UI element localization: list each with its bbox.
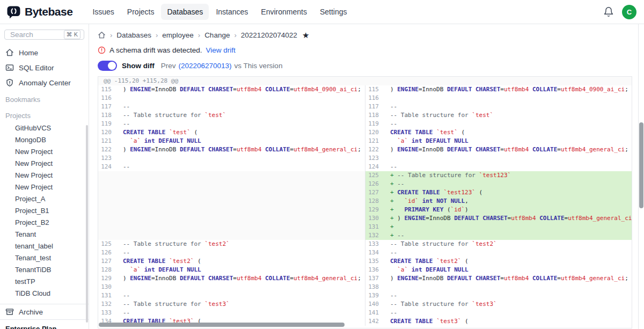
diff-old-half: 121 `a` int DEFAULT NULL	[98, 137, 365, 145]
diff-new-half: 138	[365, 283, 632, 291]
prev-version-link[interactable]: (202206270013)	[179, 62, 232, 70]
sidebar-project-item[interactable]: TenantTiDB	[0, 264, 89, 276]
diff-row: 116116	[98, 94, 632, 103]
line-number: 130	[365, 214, 384, 223]
sidebar-project-item[interactable]: Project_B1	[0, 205, 89, 217]
diff-old-half: 122) ENGINE=InnoDB DEFAULT CHARSET=utf8m…	[98, 145, 365, 154]
sidebar-project-item[interactable]: Tenant_test	[0, 252, 89, 264]
line-number: 123	[98, 154, 116, 163]
sidebar-project-item[interactable]: testTP	[0, 276, 89, 288]
code-line: CREATE TABLE `test2` (	[116, 257, 365, 266]
code-line: ) ENGINE=InnoDB DEFAULT CHARSET=utf8mb4 …	[116, 85, 365, 94]
line-number: 129	[98, 274, 116, 283]
nav-item-instances[interactable]: Instances	[210, 4, 254, 20]
search-box[interactable]: ⌘ K	[4, 30, 84, 40]
bytebase-logo[interactable]: Bytebase	[6, 5, 72, 19]
line-number: 119	[98, 120, 116, 128]
breadcrumb-item[interactable]: employee	[162, 31, 194, 39]
sidebar-project-item[interactable]: Tenant	[0, 229, 89, 240]
line-number: 127	[365, 188, 384, 197]
line-number: 126	[98, 248, 116, 257]
diff-row: 130+ ) ENGINE=InnoDB DEFAULT CHARSET=utf…	[98, 214, 632, 223]
diff-old-half	[98, 171, 365, 180]
diff-old-half: 127CREATE TABLE `test2` (	[98, 257, 365, 266]
sidebar-project-item[interactable]: TiDB Cloud	[0, 288, 89, 299]
sidebar-project-item[interactable]: Project_B2	[0, 217, 89, 229]
line-number: 123	[365, 154, 384, 163]
diff-old-half: 119--	[98, 120, 365, 128]
nav-item-projects[interactable]: Projects	[121, 4, 160, 20]
nav-item-databases[interactable]: Databases	[161, 4, 209, 20]
code-line: -- Table structure for `test`	[116, 111, 365, 120]
breadcrumb-item[interactable]: Change	[204, 31, 230, 39]
diff-new-half: 115) ENGINE=InnoDB DEFAULT CHARSET=utf8m…	[365, 85, 632, 94]
sidebar-project-item[interactable]: New Project	[0, 158, 89, 170]
view-drift-link[interactable]: View drift	[206, 46, 236, 54]
diff-new-half: 141--	[365, 309, 632, 317]
top-right: C	[603, 5, 636, 19]
sidebar-item-anomaly-center[interactable]: Anomaly Center	[0, 75, 89, 90]
sidebar-item-home[interactable]: Home	[0, 45, 89, 60]
diff-old-half: 120CREATE TABLE `test` (	[98, 128, 365, 137]
sidebar-project-item[interactable]: GitHubVCS	[0, 122, 89, 134]
line-number: 137	[365, 274, 384, 283]
sidebar-scrollbar-thumb[interactable]	[86, 125, 88, 323]
notifications-bell-icon[interactable]	[603, 6, 614, 17]
line-number	[98, 171, 116, 180]
breadcrumb-item[interactable]: Databases	[116, 31, 151, 39]
diff-row: 127CREATE TABLE `test2` (135CREATE TABLE…	[98, 257, 632, 266]
sidebar-project-item[interactable]: Project_A	[0, 193, 89, 205]
nav-item-settings[interactable]: Settings	[314, 4, 353, 20]
search-input[interactable]	[9, 30, 64, 39]
code-line: + `id` int NOT NULL,	[384, 197, 632, 206]
code-line: `a` int DEFAULT NULL	[384, 266, 632, 274]
nav-item-issues[interactable]: Issues	[86, 4, 120, 20]
diff-old-half: 123	[98, 154, 365, 163]
sidebar-project-item[interactable]: New Project	[0, 181, 89, 193]
page-scrollbar-thumb[interactable]	[639, 122, 643, 208]
show-diff-toggle[interactable]	[98, 61, 117, 71]
sidebar-item-sql-editor[interactable]: SQL Editor	[0, 60, 89, 75]
diff-row: 125+ -- Table structure for `test123`	[98, 171, 632, 180]
diff-hunk-header: @@ -115,20 +115,28 @@	[98, 77, 632, 85]
home-icon	[5, 48, 14, 57]
plan-badge: Enterprise Plan	[0, 319, 89, 329]
sidebar-item-label: Archive	[19, 308, 43, 316]
sidebar-project-item[interactable]: tenant_label	[0, 240, 89, 252]
diff-old-half: 133--	[98, 309, 365, 317]
breadcrumb-home-icon[interactable]	[98, 31, 106, 39]
line-number	[98, 197, 116, 206]
line-number: 128	[98, 266, 116, 274]
diff-new-half: 129+ PRIMARY KEY (`id`)	[365, 206, 632, 214]
diff-new-half: 119--	[365, 120, 632, 128]
diff-new-half: 125+ -- Table structure for `test123`	[365, 171, 632, 180]
sidebar-project-list: GitHubVCSMongoDBNew ProjectNew ProjectNe…	[0, 122, 89, 299]
line-number: 125	[365, 171, 384, 180]
brand-name: Bytebase	[25, 5, 72, 18]
code-line: --	[384, 248, 632, 257]
code-line: + --	[384, 180, 632, 188]
line-number: 142	[365, 317, 384, 326]
line-number: 119	[365, 120, 384, 128]
sidebar-project-item[interactable]: New Project	[0, 170, 89, 181]
diff-new-half: 118-- Table structure for `test`	[365, 111, 632, 120]
sidebar-item-archive[interactable]: Archive	[0, 304, 89, 319]
nav-item-environments[interactable]: Environments	[255, 4, 313, 20]
sidebar-project-item[interactable]: MongoDB	[0, 134, 89, 146]
schema-drift-alert: A schema drift was detected. View drift	[98, 45, 632, 55]
diff-row: 122) ENGINE=InnoDB DEFAULT CHARSET=utf8m…	[98, 145, 632, 154]
line-number: 124	[98, 163, 116, 171]
code-line	[116, 188, 365, 197]
sidebar-project-item[interactable]: New Project	[0, 146, 89, 158]
diff-row: 126--134--	[98, 248, 632, 257]
diff-old-half	[98, 180, 365, 188]
code-line	[116, 154, 365, 163]
diff-old-half: 131--	[98, 291, 365, 300]
code-line: ) ENGINE=InnoDB DEFAULT CHARSET=utf8mb4 …	[384, 85, 632, 94]
horizontal-scrollbar-thumb[interactable]	[99, 323, 345, 327]
user-avatar[interactable]: C	[622, 5, 636, 19]
top-bar: Bytebase IssuesProjectsDatabasesInstance…	[0, 0, 644, 24]
bookmark-star-icon[interactable]: ★	[302, 31, 309, 40]
code-line: CREATE TABLE `test` (	[116, 128, 365, 137]
sidebar: ⌘ K Home SQL Editor An	[0, 24, 89, 329]
